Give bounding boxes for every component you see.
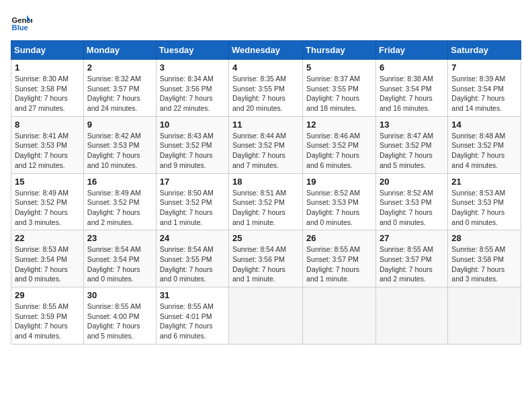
day-info: Sunrise: 8:41 AMSunset: 3:53 PMDaylight:… bbox=[15, 131, 80, 171]
day-info: Sunrise: 8:54 AMSunset: 3:55 PMDaylight:… bbox=[160, 244, 225, 284]
weekday-header-friday: Friday bbox=[375, 41, 447, 60]
day-number: 17 bbox=[160, 177, 225, 187]
day-info: Sunrise: 8:55 AMSunset: 3:57 PMDaylight:… bbox=[380, 244, 444, 284]
day-info: Sunrise: 8:55 AMSunset: 3:57 PMDaylight:… bbox=[306, 244, 372, 284]
calendar-cell: 14Sunrise: 8:48 AMSunset: 3:52 PMDayligh… bbox=[448, 116, 521, 173]
day-info: Sunrise: 8:53 AMSunset: 3:54 PMDaylight:… bbox=[15, 244, 80, 284]
day-number: 13 bbox=[380, 120, 444, 130]
calendar-table: SundayMondayTuesdayWednesdayThursdayFrid… bbox=[11, 40, 521, 345]
calendar-cell bbox=[448, 287, 521, 345]
day-info: Sunrise: 8:38 AMSunset: 3:54 PMDaylight:… bbox=[380, 74, 444, 113]
calendar-cell bbox=[303, 287, 376, 345]
day-info: Sunrise: 8:54 AMSunset: 3:54 PMDaylight:… bbox=[87, 244, 152, 284]
day-number: 30 bbox=[87, 290, 152, 300]
calendar-cell: 15Sunrise: 8:49 AMSunset: 3:52 PMDayligh… bbox=[11, 173, 84, 230]
day-info: Sunrise: 8:48 AMSunset: 3:52 PMDaylight:… bbox=[451, 131, 517, 171]
day-number: 21 bbox=[451, 177, 517, 187]
day-info: Sunrise: 8:55 AMSunset: 4:01 PMDaylight:… bbox=[160, 302, 225, 341]
day-number: 12 bbox=[306, 120, 372, 130]
calendar-cell: 25Sunrise: 8:54 AMSunset: 3:56 PMDayligh… bbox=[229, 230, 303, 287]
day-number: 11 bbox=[232, 120, 299, 130]
calendar-cell: 30Sunrise: 8:55 AMSunset: 4:00 PMDayligh… bbox=[83, 287, 156, 345]
day-number: 15 bbox=[15, 177, 80, 187]
day-info: Sunrise: 8:52 AMSunset: 3:53 PMDaylight:… bbox=[380, 188, 444, 228]
weekday-header-monday: Monday bbox=[83, 41, 156, 60]
day-number: 10 bbox=[160, 120, 225, 130]
calendar-cell: 24Sunrise: 8:54 AMSunset: 3:55 PMDayligh… bbox=[156, 230, 228, 287]
calendar-cell bbox=[375, 287, 447, 345]
calendar-cell: 9Sunrise: 8:42 AMSunset: 3:53 PMDaylight… bbox=[83, 116, 156, 173]
day-number: 1 bbox=[15, 62, 80, 73]
day-number: 4 bbox=[232, 62, 299, 73]
weekday-header-saturday: Saturday bbox=[448, 41, 521, 60]
day-info: Sunrise: 8:34 AMSunset: 3:56 PMDaylight:… bbox=[160, 74, 225, 113]
calendar-cell: 12Sunrise: 8:46 AMSunset: 3:52 PMDayligh… bbox=[303, 116, 376, 173]
calendar-cell: 5Sunrise: 8:37 AMSunset: 3:55 PMDaylight… bbox=[303, 60, 376, 117]
day-number: 29 bbox=[15, 290, 80, 300]
calendar-cell: 6Sunrise: 8:38 AMSunset: 3:54 PMDaylight… bbox=[375, 60, 447, 117]
week-row-1: 1Sunrise: 8:30 AMSunset: 3:58 PMDaylight… bbox=[11, 60, 521, 117]
weekday-header-thursday: Thursday bbox=[303, 41, 376, 60]
week-row-2: 8Sunrise: 8:41 AMSunset: 3:53 PMDaylight… bbox=[11, 116, 521, 173]
calendar-cell: 10Sunrise: 8:43 AMSunset: 3:52 PMDayligh… bbox=[156, 116, 228, 173]
week-row-5: 29Sunrise: 8:55 AMSunset: 3:59 PMDayligh… bbox=[11, 287, 521, 345]
week-row-4: 22Sunrise: 8:53 AMSunset: 3:54 PMDayligh… bbox=[11, 230, 521, 287]
day-info: Sunrise: 8:55 AMSunset: 3:59 PMDaylight:… bbox=[15, 302, 80, 341]
day-number: 26 bbox=[306, 233, 372, 243]
calendar-cell bbox=[229, 287, 303, 345]
day-info: Sunrise: 8:47 AMSunset: 3:52 PMDaylight:… bbox=[380, 131, 444, 171]
day-info: Sunrise: 8:52 AMSunset: 3:53 PMDaylight:… bbox=[306, 188, 372, 228]
day-number: 6 bbox=[380, 62, 444, 73]
calendar-cell: 19Sunrise: 8:52 AMSunset: 3:53 PMDayligh… bbox=[303, 173, 376, 230]
day-number: 31 bbox=[160, 290, 225, 300]
day-number: 3 bbox=[160, 62, 225, 73]
day-info: Sunrise: 8:55 AMSunset: 3:58 PMDaylight:… bbox=[451, 244, 517, 284]
calendar-cell: 29Sunrise: 8:55 AMSunset: 3:59 PMDayligh… bbox=[11, 287, 84, 345]
logo: General Blue bbox=[11, 11, 35, 32]
day-info: Sunrise: 8:35 AMSunset: 3:55 PMDaylight:… bbox=[232, 74, 299, 113]
day-number: 19 bbox=[306, 177, 372, 187]
day-info: Sunrise: 8:51 AMSunset: 3:52 PMDaylight:… bbox=[232, 188, 299, 228]
day-number: 9 bbox=[87, 120, 152, 130]
day-number: 16 bbox=[87, 177, 152, 187]
day-number: 8 bbox=[15, 120, 80, 130]
page-header: General Blue bbox=[11, 11, 521, 32]
day-info: Sunrise: 8:44 AMSunset: 3:52 PMDaylight:… bbox=[232, 131, 299, 171]
calendar-cell: 22Sunrise: 8:53 AMSunset: 3:54 PMDayligh… bbox=[11, 230, 84, 287]
calendar-cell: 11Sunrise: 8:44 AMSunset: 3:52 PMDayligh… bbox=[229, 116, 303, 173]
calendar-cell: 3Sunrise: 8:34 AMSunset: 3:56 PMDaylight… bbox=[156, 60, 228, 117]
day-info: Sunrise: 8:53 AMSunset: 3:53 PMDaylight:… bbox=[451, 188, 517, 228]
day-number: 28 bbox=[451, 233, 517, 243]
calendar-cell: 7Sunrise: 8:39 AMSunset: 3:54 PMDaylight… bbox=[448, 60, 521, 117]
weekday-header-tuesday: Tuesday bbox=[156, 41, 228, 60]
day-info: Sunrise: 8:30 AMSunset: 3:58 PMDaylight:… bbox=[15, 74, 80, 113]
day-info: Sunrise: 8:49 AMSunset: 3:52 PMDaylight:… bbox=[15, 188, 80, 228]
day-info: Sunrise: 8:55 AMSunset: 4:00 PMDaylight:… bbox=[87, 302, 152, 341]
calendar-cell: 1Sunrise: 8:30 AMSunset: 3:58 PMDaylight… bbox=[11, 60, 84, 117]
weekday-header-wednesday: Wednesday bbox=[229, 41, 303, 60]
day-info: Sunrise: 8:54 AMSunset: 3:56 PMDaylight:… bbox=[232, 244, 299, 284]
day-info: Sunrise: 8:49 AMSunset: 3:52 PMDaylight:… bbox=[87, 188, 152, 228]
day-info: Sunrise: 8:42 AMSunset: 3:53 PMDaylight:… bbox=[87, 131, 152, 171]
day-info: Sunrise: 8:32 AMSunset: 3:57 PMDaylight:… bbox=[87, 74, 152, 113]
weekday-header-sunday: Sunday bbox=[11, 41, 84, 60]
day-number: 14 bbox=[451, 120, 517, 130]
logo-icon: General Blue bbox=[11, 11, 32, 32]
calendar-cell: 26Sunrise: 8:55 AMSunset: 3:57 PMDayligh… bbox=[303, 230, 376, 287]
day-info: Sunrise: 8:39 AMSunset: 3:54 PMDaylight:… bbox=[451, 74, 517, 113]
day-number: 7 bbox=[451, 62, 517, 73]
calendar-cell: 4Sunrise: 8:35 AMSunset: 3:55 PMDaylight… bbox=[229, 60, 303, 117]
calendar-cell: 18Sunrise: 8:51 AMSunset: 3:52 PMDayligh… bbox=[229, 173, 303, 230]
day-number: 25 bbox=[232, 233, 299, 243]
day-number: 18 bbox=[232, 177, 299, 187]
svg-text:Blue: Blue bbox=[12, 24, 28, 32]
calendar-cell: 21Sunrise: 8:53 AMSunset: 3:53 PMDayligh… bbox=[448, 173, 521, 230]
calendar-cell: 8Sunrise: 8:41 AMSunset: 3:53 PMDaylight… bbox=[11, 116, 84, 173]
day-number: 27 bbox=[380, 233, 444, 243]
day-info: Sunrise: 8:43 AMSunset: 3:52 PMDaylight:… bbox=[160, 131, 225, 171]
day-info: Sunrise: 8:50 AMSunset: 3:52 PMDaylight:… bbox=[160, 188, 225, 228]
calendar-cell: 27Sunrise: 8:55 AMSunset: 3:57 PMDayligh… bbox=[375, 230, 447, 287]
calendar-cell: 2Sunrise: 8:32 AMSunset: 3:57 PMDaylight… bbox=[83, 60, 156, 117]
calendar-cell: 28Sunrise: 8:55 AMSunset: 3:58 PMDayligh… bbox=[448, 230, 521, 287]
calendar-cell: 16Sunrise: 8:49 AMSunset: 3:52 PMDayligh… bbox=[83, 173, 156, 230]
